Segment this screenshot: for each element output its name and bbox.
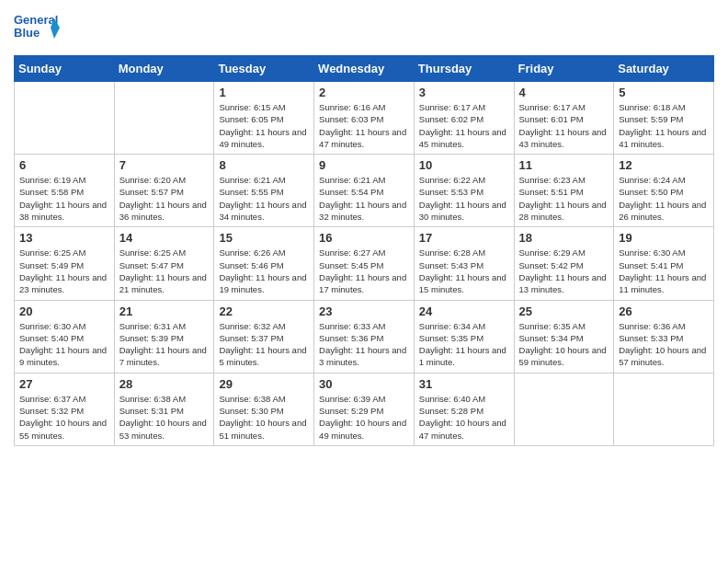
day-number: 21	[119, 304, 210, 318]
day-info: Sunrise: 6:19 AMSunset: 5:58 PMDaylight:…	[19, 174, 109, 223]
day-info: Sunrise: 6:18 AMSunset: 5:59 PMDaylight:…	[619, 101, 709, 150]
day-info: Sunrise: 6:38 AMSunset: 5:30 PMDaylight:…	[219, 393, 309, 442]
day-cell: 6Sunrise: 6:19 AMSunset: 5:58 PMDaylight…	[15, 155, 115, 227]
day-number: 8	[219, 158, 309, 172]
day-info: Sunrise: 6:40 AMSunset: 5:28 PMDaylight:…	[419, 393, 509, 442]
calendar-table: SundayMondayTuesdayWednesdayThursdayFrid…	[14, 55, 714, 446]
day-cell: 24Sunrise: 6:34 AMSunset: 5:35 PMDayligh…	[414, 300, 514, 373]
day-cell	[114, 82, 214, 155]
day-cell: 18Sunrise: 6:29 AMSunset: 5:42 PMDayligh…	[514, 227, 614, 300]
day-info: Sunrise: 6:21 AMSunset: 5:54 PMDaylight:…	[319, 174, 409, 223]
day-cell: 25Sunrise: 6:35 AMSunset: 5:34 PMDayligh…	[514, 300, 614, 373]
week-row-2: 6Sunrise: 6:19 AMSunset: 5:58 PMDaylight…	[15, 155, 714, 227]
day-cell: 7Sunrise: 6:20 AMSunset: 5:57 PMDaylight…	[114, 155, 214, 227]
calendar-header-row: SundayMondayTuesdayWednesdayThursdayFrid…	[15, 56, 714, 82]
day-info: Sunrise: 6:25 AMSunset: 5:49 PMDaylight:…	[19, 247, 109, 295]
day-number: 17	[419, 231, 509, 245]
day-number: 24	[419, 304, 509, 318]
day-cell: 20Sunrise: 6:30 AMSunset: 5:40 PMDayligh…	[15, 300, 115, 373]
day-info: Sunrise: 6:17 AMSunset: 6:02 PMDaylight:…	[419, 101, 509, 150]
header-tuesday: Tuesday	[214, 56, 314, 82]
day-number: 29	[219, 377, 309, 391]
day-cell: 13Sunrise: 6:25 AMSunset: 5:49 PMDayligh…	[15, 227, 115, 300]
day-cell: 11Sunrise: 6:23 AMSunset: 5:51 PMDayligh…	[514, 155, 614, 227]
day-cell: 10Sunrise: 6:22 AMSunset: 5:53 PMDayligh…	[414, 155, 514, 227]
day-cell: 9Sunrise: 6:21 AMSunset: 5:54 PMDaylight…	[314, 155, 415, 227]
day-number: 3	[419, 86, 509, 99]
day-cell: 19Sunrise: 6:30 AMSunset: 5:41 PMDayligh…	[614, 227, 714, 300]
day-number: 9	[319, 158, 409, 172]
day-number: 20	[19, 304, 109, 318]
day-cell: 15Sunrise: 6:26 AMSunset: 5:46 PMDayligh…	[214, 227, 314, 300]
day-info: Sunrise: 6:33 AMSunset: 5:36 PMDaylight:…	[319, 320, 409, 369]
day-info: Sunrise: 6:34 AMSunset: 5:35 PMDaylight:…	[419, 320, 509, 369]
day-number: 11	[519, 158, 609, 172]
day-number: 18	[519, 231, 609, 245]
day-info: Sunrise: 6:25 AMSunset: 5:47 PMDaylight:…	[119, 247, 210, 295]
week-row-5: 27Sunrise: 6:37 AMSunset: 5:32 PMDayligh…	[15, 373, 714, 445]
day-cell: 21Sunrise: 6:31 AMSunset: 5:39 PMDayligh…	[114, 300, 214, 373]
day-cell: 4Sunrise: 6:17 AMSunset: 6:01 PMDaylight…	[514, 82, 614, 155]
svg-text:General: General	[14, 13, 58, 27]
day-info: Sunrise: 6:36 AMSunset: 5:33 PMDaylight:…	[619, 320, 709, 369]
logo: General Blue	[14, 9, 60, 48]
header: General Blue	[14, 9, 714, 48]
day-cell: 29Sunrise: 6:38 AMSunset: 5:30 PMDayligh…	[214, 373, 314, 445]
header-sunday: Sunday	[15, 56, 115, 82]
day-number: 7	[119, 158, 210, 172]
day-cell: 28Sunrise: 6:38 AMSunset: 5:31 PMDayligh…	[114, 373, 214, 445]
day-cell	[614, 373, 714, 445]
day-info: Sunrise: 6:31 AMSunset: 5:39 PMDaylight:…	[119, 320, 210, 369]
logo-svg: General Blue	[14, 9, 60, 48]
day-cell: 22Sunrise: 6:32 AMSunset: 5:37 PMDayligh…	[214, 300, 314, 373]
header-wednesday: Wednesday	[314, 56, 415, 82]
day-cell: 8Sunrise: 6:21 AMSunset: 5:55 PMDaylight…	[214, 155, 314, 227]
day-number: 14	[119, 231, 210, 245]
day-number: 4	[519, 86, 609, 99]
day-cell: 14Sunrise: 6:25 AMSunset: 5:47 PMDayligh…	[114, 227, 214, 300]
day-cell: 23Sunrise: 6:33 AMSunset: 5:36 PMDayligh…	[314, 300, 415, 373]
day-info: Sunrise: 6:32 AMSunset: 5:37 PMDaylight:…	[219, 320, 309, 369]
day-cell: 5Sunrise: 6:18 AMSunset: 5:59 PMDaylight…	[614, 82, 714, 155]
day-info: Sunrise: 6:15 AMSunset: 6:05 PMDaylight:…	[219, 101, 309, 150]
day-cell: 30Sunrise: 6:39 AMSunset: 5:29 PMDayligh…	[314, 373, 415, 445]
day-cell: 3Sunrise: 6:17 AMSunset: 6:02 PMDaylight…	[414, 82, 514, 155]
week-row-1: 1Sunrise: 6:15 AMSunset: 6:05 PMDaylight…	[15, 82, 714, 155]
day-cell: 27Sunrise: 6:37 AMSunset: 5:32 PMDayligh…	[15, 373, 115, 445]
svg-text:Blue: Blue	[14, 26, 40, 40]
day-info: Sunrise: 6:38 AMSunset: 5:31 PMDaylight:…	[119, 393, 210, 442]
day-number: 26	[619, 304, 709, 318]
page: General Blue SundayMondayTuesdayWednesda…	[0, 0, 728, 563]
day-info: Sunrise: 6:26 AMSunset: 5:46 PMDaylight:…	[219, 247, 309, 295]
day-number: 13	[19, 231, 109, 245]
day-info: Sunrise: 6:28 AMSunset: 5:43 PMDaylight:…	[419, 247, 509, 295]
day-cell: 2Sunrise: 6:16 AMSunset: 6:03 PMDaylight…	[314, 82, 415, 155]
day-cell	[15, 82, 115, 155]
day-info: Sunrise: 6:29 AMSunset: 5:42 PMDaylight:…	[519, 247, 609, 295]
day-number: 25	[519, 304, 609, 318]
day-info: Sunrise: 6:39 AMSunset: 5:29 PMDaylight:…	[319, 393, 409, 442]
day-info: Sunrise: 6:17 AMSunset: 6:01 PMDaylight:…	[519, 101, 609, 150]
day-number: 19	[619, 231, 709, 245]
day-number: 22	[219, 304, 309, 318]
day-info: Sunrise: 6:22 AMSunset: 5:53 PMDaylight:…	[419, 174, 509, 223]
day-number: 31	[419, 377, 509, 391]
day-cell: 26Sunrise: 6:36 AMSunset: 5:33 PMDayligh…	[614, 300, 714, 373]
day-info: Sunrise: 6:20 AMSunset: 5:57 PMDaylight:…	[119, 174, 210, 223]
week-row-4: 20Sunrise: 6:30 AMSunset: 5:40 PMDayligh…	[15, 300, 714, 373]
header-monday: Monday	[114, 56, 214, 82]
day-number: 5	[619, 86, 709, 99]
day-number: 28	[119, 377, 210, 391]
day-info: Sunrise: 6:30 AMSunset: 5:40 PMDaylight:…	[19, 320, 109, 369]
day-info: Sunrise: 6:30 AMSunset: 5:41 PMDaylight:…	[619, 247, 709, 295]
day-cell: 17Sunrise: 6:28 AMSunset: 5:43 PMDayligh…	[414, 227, 514, 300]
day-cell	[514, 373, 614, 445]
day-cell: 31Sunrise: 6:40 AMSunset: 5:28 PMDayligh…	[414, 373, 514, 445]
day-number: 16	[319, 231, 409, 245]
header-friday: Friday	[514, 56, 614, 82]
day-info: Sunrise: 6:37 AMSunset: 5:32 PMDaylight:…	[19, 393, 109, 442]
day-number: 12	[619, 158, 709, 172]
day-info: Sunrise: 6:21 AMSunset: 5:55 PMDaylight:…	[219, 174, 309, 223]
day-cell: 16Sunrise: 6:27 AMSunset: 5:45 PMDayligh…	[314, 227, 415, 300]
day-number: 2	[319, 86, 409, 99]
